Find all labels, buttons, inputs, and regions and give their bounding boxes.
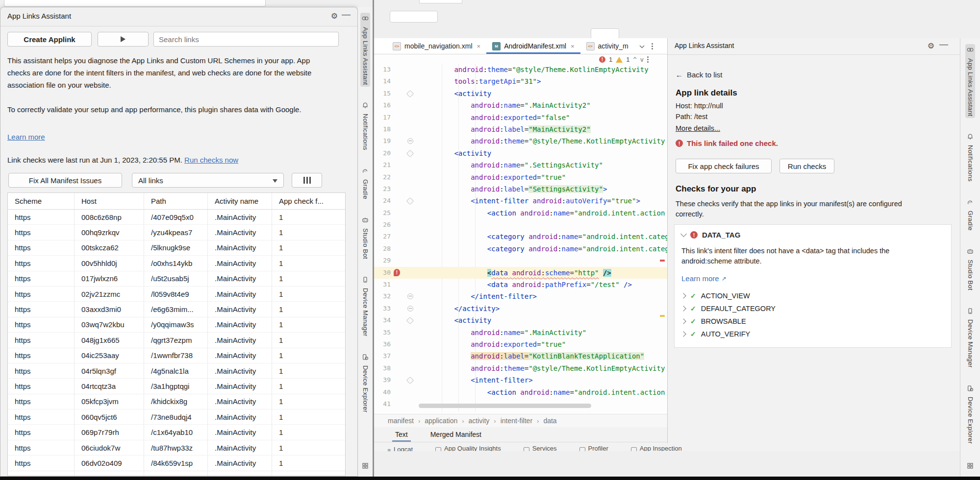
sidebar-item-studio-bot[interactable]: Studio Bot [360,214,370,261]
tab-mobile_navigation.xml[interactable]: <>mobile_navigation.xml× [387,38,486,54]
breadcrumb-item[interactable]: application [425,417,457,425]
table-row[interactable]: https069p7r79rh/c1x64yab10.MainActivity1 [8,425,345,440]
minimize-icon[interactable]: — [342,9,351,20]
table-row[interactable]: https00tskcza62/5lknugk9se.MainActivity1 [8,240,345,256]
sidebar-item-device-manager[interactable]: Device Manager [965,305,975,370]
column-options-button[interactable] [292,173,322,188]
table-row[interactable]: https03axxd3mi0/e6g63mim....MainActivity… [8,302,345,317]
sidebar-item-app-links-assistant[interactable]: App Links Assistant [965,44,975,118]
code-line: 31 <data android:pathPrefix="/test" /> [374,279,667,290]
error-stripe-mark[interactable] [660,260,665,262]
toolwindow-button-logcat[interactable]: ≡Logcat [387,442,413,451]
window-titlebar[interactable]: App Links Assistant ⚙ — [0,7,357,26]
table-row[interactable]: https048jg1x665/qgrt37ezpm.MainActivity1 [8,333,345,348]
gear-icon[interactable]: ⚙ [331,11,338,21]
create-applink-button[interactable]: Create Applink [7,32,92,47]
column-header[interactable]: Path [144,193,208,209]
more-details-link[interactable]: More details... [676,124,720,132]
table-row[interactable]: https008c6z68np/407e09q5x0.MainActivity1 [8,210,345,225]
tab-activity_m[interactable]: <>activity_m [580,38,634,54]
fold-icon[interactable] [407,138,413,144]
breadcrumb-item[interactable]: intent-filter [501,417,532,425]
grid-icon[interactable] [361,462,369,472]
sidebar-item-device-manager[interactable]: Device Manager [360,274,370,338]
fold-icon[interactable] [406,90,414,98]
column-header[interactable]: App check f... [272,193,345,209]
table-row[interactable]: https04ic253aay/1wwnfbr738.MainActivity1 [8,348,345,363]
fold-icon[interactable] [407,306,413,312]
sidebar-item-device-explorer[interactable]: Device Explorer [360,351,370,414]
tab-merged-manifest[interactable]: Merged Manifest [427,427,484,442]
minimize-icon[interactable]: — [939,39,948,49]
close-icon[interactable]: × [477,43,481,50]
table-row[interactable]: https04r5lqn3gf/4g5nalc1la.MainActivity1 [8,363,345,379]
table-row[interactable]: https03wq7w2kbu/y0qqimaw3s.MainActivity1 [8,317,345,333]
fold-icon[interactable] [407,293,413,299]
column-header[interactable]: Activity name [208,193,272,209]
fold-icon[interactable] [406,377,414,384]
run-checks-button[interactable]: Run checks [779,159,834,173]
table-row[interactable]: https00v5hhld0j/o0xhs14ykb.MainActivity1 [8,256,345,271]
sidebar-item-studio-bot[interactable]: Studio Bot [965,245,975,292]
prev-issue-icon[interactable]: ^ [633,56,636,63]
toolwindow-button-app-inspection[interactable]: App Inspection [631,442,682,451]
breadcrumb-item[interactable]: activity [469,417,490,425]
sidebar-item-gradle[interactable]: Gradle [360,165,370,201]
table-row[interactable]: https02jv21zzmc/l059v8t4e9.MainActivity1 [8,287,345,302]
close-icon[interactable]: × [571,43,575,50]
inspection-widget[interactable]: !1 1 ^ v [599,56,649,63]
table-row[interactable]: https04rtcqtz3a/3a1hgptqgi.MainActivity1 [8,379,345,394]
learn-more-link[interactable]: Learn more↗ [681,274,944,283]
next-issue-icon[interactable]: v [640,56,644,63]
chevron-down-icon[interactable] [639,42,645,50]
horizontal-scrollbar[interactable] [419,404,591,408]
breadcrumb-item[interactable]: data [543,417,556,425]
sidebar-item-gradle[interactable]: Gradle [965,196,975,233]
grid-icon[interactable] [966,462,974,472]
learn-more-link[interactable]: Learn more [7,133,45,141]
sidebar-item-device-explorer[interactable]: Device Explorer [965,383,975,446]
breadcrumb-item[interactable]: manifest [388,417,414,425]
sidebar-item-notifications[interactable]: Notifications [360,99,370,152]
passed-check-default_category[interactable]: ✓DEFAULT_CATEGORY [681,304,944,312]
column-header[interactable]: Scheme [8,193,75,209]
table-row[interactable]: https079g9luv7w/h7bd07ox3y.MainActivity1 [8,471,345,476]
toolwindow-button-services[interactable]: Services [524,442,557,451]
table-row[interactable]: https06dv02o409/84k659v1sp.MainActivity1 [8,456,345,471]
table-row[interactable]: https06ciudok7w/tu87hwp33z.MainActivity1 [8,440,345,456]
run-button[interactable] [98,32,149,47]
fold-icon[interactable] [406,317,414,325]
table-row[interactable]: https05kfcp3jvm/khidckix8g.MainActivity1 [8,394,345,409]
links-filter-dropdown[interactable]: All links [132,173,284,188]
fold-icon[interactable] [406,149,414,157]
tab-text[interactable]: Text [392,427,411,442]
run-checks-now-link[interactable]: Run checks now [184,156,238,164]
gear-icon[interactable]: ⚙ [928,41,934,50]
table-row[interactable]: https017jwlxzn6/u5t2usab5j.MainActivity1 [8,271,345,287]
toolwindow-button-profiler[interactable]: Profiler [579,442,608,451]
table-row[interactable]: https00hq9zrkqv/yzu4kpeas7.MainActivity1 [8,225,345,240]
fix-app-check-failures-button[interactable]: Fix app check failures [676,159,772,173]
passed-check-action_view[interactable]: ✓ACTION_VIEW [681,291,944,300]
more-options-icon[interactable] [652,46,653,47]
fold-icon[interactable] [406,197,414,205]
failed-check-row[interactable]: ! DATA_TAG [681,231,944,239]
warning-stripe-mark[interactable] [660,315,665,317]
sidebar-item-notifications[interactable]: Notifications [965,131,975,184]
passed-check-auto_verify[interactable]: ✓AUTO_VERIFY [681,330,944,338]
passed-check-browsable[interactable]: ✓BROWSABLE [681,317,944,325]
fix-all-manifest-issues-button[interactable]: Fix All Manifest Issues [8,173,122,188]
tab-AndroidManifest.xml[interactable]: MAndroidManifest.xml× [486,38,580,54]
error-gutter-icon[interactable]: ! [394,269,400,276]
more-options-icon[interactable] [647,59,649,60]
toolwindow-button-app-quality-insights[interactable]: App Quality Insights [435,442,501,451]
table-row[interactable]: https060qv5jct6/73ne8udqj4.MainActivity1 [8,409,345,425]
links-table-header[interactable]: SchemeHostPathActivity nameApp check f..… [8,193,345,210]
back-to-list-link[interactable]: ←Back to list [676,71,723,79]
search-input[interactable] [153,32,339,47]
gutter [391,159,421,171]
code-editor[interactable]: 13 android:theme="@style/Theme.KotlinEmp… [374,54,667,414]
sidebar-item-app-links-assistant[interactable]: App Links Assistant [360,13,370,87]
column-header[interactable]: Host [75,193,144,209]
line-number: 31 [374,279,391,290]
